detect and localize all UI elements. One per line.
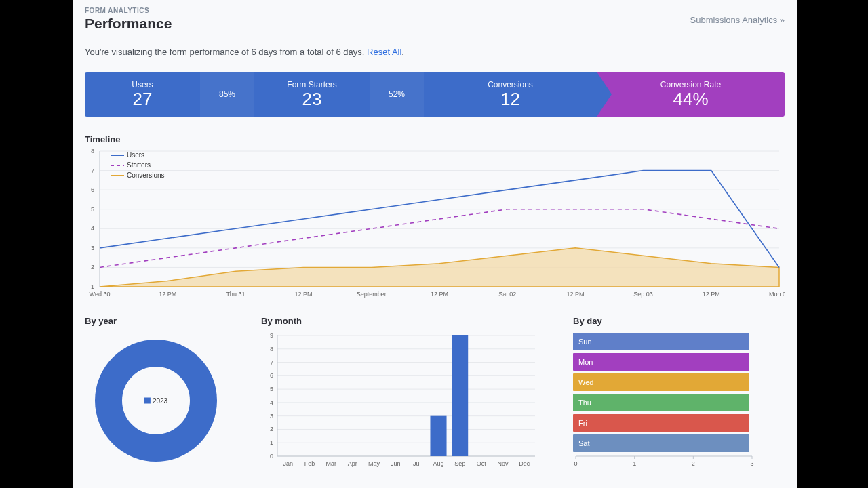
reset-all-link[interactable]: Reset All: [367, 47, 401, 57]
day-bar-sat[interactable]: Sat: [573, 434, 749, 452]
svg-text:0: 0: [270, 453, 273, 460]
funnel-users-value: 27: [133, 89, 153, 109]
funnel-pct-1: 85%: [200, 72, 254, 117]
svg-text:Aug: Aug: [433, 460, 443, 467]
svg-text:5: 5: [91, 206, 94, 213]
submissions-analytics-link[interactable]: Submissions Analytics »: [690, 15, 785, 25]
svg-text:9: 9: [270, 333, 273, 339]
funnel-users-label: Users: [132, 80, 153, 89]
day-bar-fri[interactable]: Fri: [573, 414, 749, 432]
by-month-title: By month: [261, 316, 553, 326]
svg-text:Apr: Apr: [348, 460, 357, 467]
svg-rect-66: [430, 416, 446, 456]
svg-text:Wed 30: Wed 30: [90, 291, 111, 298]
day-bar-wed[interactable]: Wed: [573, 373, 749, 391]
svg-text:Jun: Jun: [391, 460, 401, 467]
svg-text:2: 2: [91, 264, 94, 270]
svg-text:Oct: Oct: [477, 460, 487, 467]
svg-text:6: 6: [91, 186, 94, 193]
funnel-rate[interactable]: Conversion Rate 44%: [597, 72, 785, 117]
day-bar-mon[interactable]: Mon: [573, 353, 749, 371]
funnel-starters-label: Form Starters: [287, 80, 336, 89]
timeline-chart[interactable]: 12345678Wed 3012 PMThu 3112 PMSeptember1…: [85, 148, 785, 301]
day-bar-sun[interactable]: Sun: [573, 333, 749, 350]
funnel-pct-2: 52%: [370, 72, 424, 117]
svg-rect-68: [452, 336, 468, 456]
svg-text:Mar: Mar: [326, 460, 336, 467]
funnel-conversions-value: 12: [500, 89, 520, 109]
by-month-panel: By month 0123456789JanFebMarAprMayJunJul…: [261, 316, 553, 470]
svg-text:1: 1: [91, 283, 94, 290]
svg-text:2: 2: [270, 426, 273, 432]
svg-text:Thu 31: Thu 31: [226, 291, 245, 298]
funnel-starters[interactable]: Form Starters 23: [254, 72, 370, 117]
svg-text:1: 1: [633, 460, 636, 467]
svg-text:Sat 02: Sat 02: [498, 291, 516, 298]
description: You're visualizing the form performance …: [85, 47, 785, 57]
svg-text:12 PM: 12 PM: [159, 291, 176, 298]
by-month-chart[interactable]: 0123456789JanFebMarAprMayJunJulAugSepOct…: [261, 333, 539, 468]
svg-text:12 PM: 12 PM: [703, 291, 720, 298]
day-bar-thu[interactable]: Thu: [573, 394, 749, 411]
svg-text:September: September: [357, 291, 387, 298]
svg-text:7: 7: [91, 167, 94, 174]
svg-text:Sep 03: Sep 03: [633, 291, 653, 298]
description-suffix: .: [401, 47, 404, 57]
by-day-title: By day: [573, 316, 785, 326]
by-day-panel: By day SunMonWedThuFriSat 0123: [573, 316, 785, 470]
timeline-title: Timeline: [85, 134, 785, 144]
svg-text:8: 8: [270, 346, 273, 352]
svg-text:May: May: [368, 460, 380, 467]
funnel-rate-value: 44%: [673, 89, 708, 109]
svg-text:4: 4: [91, 225, 94, 232]
by-year-label: 2023: [153, 397, 167, 405]
svg-text:3: 3: [270, 413, 273, 420]
by-year-panel: By year 2023: [85, 316, 241, 470]
svg-text:Nov: Nov: [497, 460, 509, 467]
svg-text:8: 8: [91, 148, 94, 155]
funnel-bar: Users 27 85% Form Starters 23 52% Conver…: [85, 72, 785, 117]
svg-text:Jul: Jul: [413, 460, 421, 467]
funnel-conversions-label: Conversions: [488, 80, 533, 89]
legend-swatch-icon: [144, 398, 151, 404]
svg-text:6: 6: [270, 372, 273, 379]
svg-text:Conversions: Conversions: [127, 171, 165, 179]
svg-text:5: 5: [270, 386, 273, 392]
svg-text:3: 3: [750, 460, 753, 467]
svg-text:Dec: Dec: [519, 460, 530, 467]
svg-text:Mon 04: Mon 04: [769, 291, 785, 298]
svg-text:Jan: Jan: [283, 460, 294, 467]
svg-text:12 PM: 12 PM: [431, 291, 448, 298]
by-year-title: By year: [85, 316, 241, 326]
funnel-conversions[interactable]: Conversions 12: [424, 72, 597, 117]
svg-text:Feb: Feb: [304, 460, 315, 467]
page-title: Performance: [85, 16, 785, 32]
funnel-rate-label: Conversion Rate: [660, 80, 721, 89]
by-day-chart[interactable]: SunMonWedThuFriSat: [573, 333, 749, 452]
description-text: You're visualizing the form performance …: [85, 47, 367, 57]
svg-text:0: 0: [574, 460, 577, 467]
svg-text:2: 2: [692, 460, 695, 467]
funnel-starters-value: 23: [302, 89, 322, 109]
breadcrumb: FORM ANALYTICS: [85, 7, 785, 14]
svg-text:4: 4: [270, 399, 273, 406]
svg-text:1: 1: [270, 439, 273, 446]
svg-text:3: 3: [91, 245, 94, 251]
svg-text:Sep: Sep: [454, 460, 465, 467]
svg-text:7: 7: [270, 359, 273, 366]
funnel-users[interactable]: Users 27: [85, 72, 200, 117]
svg-text:Starters: Starters: [127, 161, 151, 169]
svg-text:12 PM: 12 PM: [566, 291, 584, 298]
by-year-legend: 2023: [144, 397, 167, 405]
by-year-chart[interactable]: 2023: [85, 333, 227, 468]
svg-text:12 PM: 12 PM: [295, 291, 313, 298]
svg-text:Users: Users: [127, 151, 144, 159]
